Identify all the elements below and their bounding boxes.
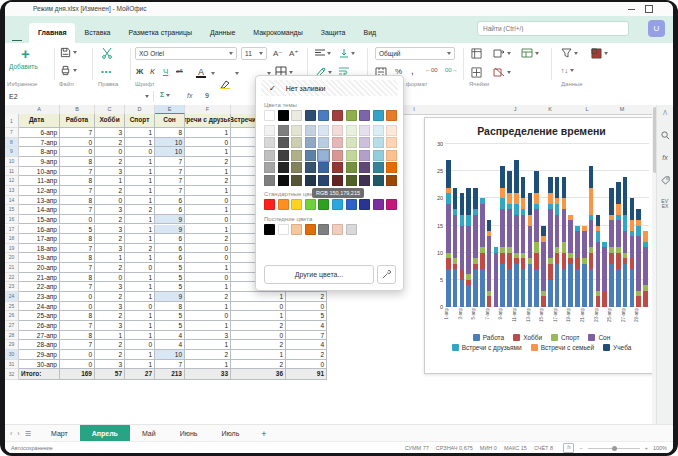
row-header-23[interactable]: 23 <box>5 282 19 292</box>
cell[interactable]: 5 <box>155 263 185 273</box>
cell[interactable]: 11-апр <box>19 176 60 186</box>
maximize-button[interactable] <box>645 5 653 13</box>
cell[interactable]: 2 <box>286 350 327 360</box>
row-header-31[interactable]: 31 <box>5 360 19 370</box>
cell[interactable]: 3 <box>95 128 125 138</box>
palette-swatch[interactable] <box>291 125 302 136</box>
cell[interactable]: 7 <box>60 128 95 138</box>
cell[interactable]: 9-апр <box>19 157 60 167</box>
font-size-select[interactable]: 11 <box>241 47 267 60</box>
cell[interactable]: 2 <box>185 292 231 302</box>
cell[interactable]: 1 <box>185 302 231 312</box>
cell[interactable]: 9 <box>155 292 185 302</box>
functions-icon[interactable]: fx <box>657 154 673 161</box>
more-edit-button[interactable]: ••• <box>101 67 112 76</box>
cell[interactable]: 8 <box>60 234 95 244</box>
row-header-7[interactable]: 7 <box>5 128 19 138</box>
palette-swatch[interactable] <box>305 137 316 148</box>
cell[interactable]: 2 <box>231 360 286 370</box>
palette-swatch[interactable] <box>264 175 275 186</box>
palette-swatch[interactable] <box>305 162 316 173</box>
cell[interactable]: 1 <box>125 176 155 186</box>
palette-swatch[interactable] <box>332 125 343 136</box>
cell[interactable]: 1 <box>125 215 155 225</box>
cell[interactable]: 1 <box>185 321 231 331</box>
prev-sheet-icon[interactable]: ‹ <box>10 430 12 437</box>
palette-swatch[interactable] <box>332 137 343 148</box>
cell[interactable]: 2 <box>95 234 125 244</box>
cell[interactable]: 27 <box>125 369 155 380</box>
cell[interactable]: 7 <box>155 157 185 167</box>
row-header-13[interactable]: 13 <box>5 186 19 196</box>
cell[interactable]: 3 <box>95 282 125 292</box>
cell[interactable]: Дата <box>19 114 60 128</box>
font-increase-button[interactable]: A⁺ <box>289 49 299 58</box>
palette-swatch[interactable] <box>332 150 343 161</box>
no-fill-option[interactable]: ✓ Нет заливки <box>261 80 398 96</box>
recent-color-swatch[interactable] <box>278 224 289 235</box>
theme-color-swatch[interactable] <box>305 110 316 121</box>
theme-color-swatch[interactable] <box>318 110 329 121</box>
insert-cells-button[interactable] <box>493 48 511 58</box>
row-header-25[interactable]: 25 <box>5 302 19 312</box>
recent-color-swatch[interactable] <box>305 224 316 235</box>
cell[interactable]: 6 <box>155 205 185 215</box>
palette-swatch[interactable] <box>373 137 384 148</box>
row-header-29[interactable]: 29 <box>5 340 19 350</box>
cell[interactable]: 15-апр <box>19 215 60 225</box>
cell[interactable]: 2 <box>95 350 125 360</box>
standard-color-swatch[interactable] <box>359 199 370 210</box>
cell[interactable]: 0 <box>286 302 327 312</box>
palette-swatch[interactable] <box>346 162 357 173</box>
cell[interactable]: 1 <box>185 167 231 177</box>
cell[interactable]: 0 <box>185 215 231 225</box>
row-header-19[interactable]: 19 <box>5 244 19 254</box>
palette-swatch[interactable] <box>318 150 329 161</box>
palette-swatch[interactable] <box>359 162 370 173</box>
sort-button[interactable]: ↑↓ <box>561 67 574 74</box>
row-header-1[interactable]: 1 <box>5 114 19 128</box>
standard-color-swatch[interactable] <box>386 199 397 210</box>
cell[interactable]: 213 <box>155 369 185 380</box>
cell[interactable]: 6 <box>155 196 185 206</box>
cell[interactable]: 8 <box>155 302 185 312</box>
cell[interactable]: 1 <box>185 128 231 138</box>
cell[interactable]: 2 <box>95 157 125 167</box>
cell[interactable]: 1 <box>185 147 231 157</box>
cell[interactable]: 5 <box>155 321 185 331</box>
cell[interactable]: 7-апр <box>19 138 60 148</box>
recent-color-swatch[interactable] <box>264 224 275 235</box>
vertical-align-button[interactable] <box>339 49 355 58</box>
cell[interactable]: 33 <box>185 369 231 380</box>
cell[interactable]: 3 <box>95 302 125 312</box>
cell[interactable]: 0 <box>60 138 95 148</box>
row-header-18[interactable]: 18 <box>5 234 19 244</box>
cell[interactable]: 5 <box>155 311 185 321</box>
row-header-16[interactable]: 16 <box>5 215 19 225</box>
cell[interactable]: 10 <box>155 147 185 157</box>
standard-color-swatch[interactable] <box>373 199 384 210</box>
palette-swatch[interactable] <box>278 162 289 173</box>
row-header-21[interactable]: 21 <box>5 263 19 273</box>
search-icon[interactable] <box>657 126 673 144</box>
cut-button[interactable] <box>101 47 113 59</box>
cell[interactable]: 10 <box>155 138 185 148</box>
cell[interactable]: 1 <box>185 282 231 292</box>
palette-swatch[interactable] <box>386 137 397 148</box>
cell[interactable]: 8-апр <box>19 147 60 157</box>
cell[interactable]: 0 <box>95 273 125 283</box>
standard-color-swatch[interactable] <box>318 199 329 210</box>
palette-swatch[interactable] <box>373 162 384 173</box>
font-decrease-button[interactable]: A⁻ <box>273 49 283 58</box>
row-header-30[interactable]: 30 <box>5 350 19 360</box>
cell[interactable]: 2 <box>95 311 125 321</box>
theme-color-swatch[interactable] <box>359 110 370 121</box>
row-header-26[interactable]: 26 <box>5 311 19 321</box>
palette-swatch[interactable] <box>264 162 275 173</box>
cell[interactable]: 1 <box>95 176 125 186</box>
palette-swatch[interactable] <box>373 175 384 186</box>
palette-swatch[interactable] <box>278 137 289 148</box>
delete-cells-button[interactable] <box>493 67 511 77</box>
row-header-12[interactable]: 12 <box>5 176 19 186</box>
menu-tab-Макрокоманды[interactable]: Макрокоманды <box>244 23 311 43</box>
